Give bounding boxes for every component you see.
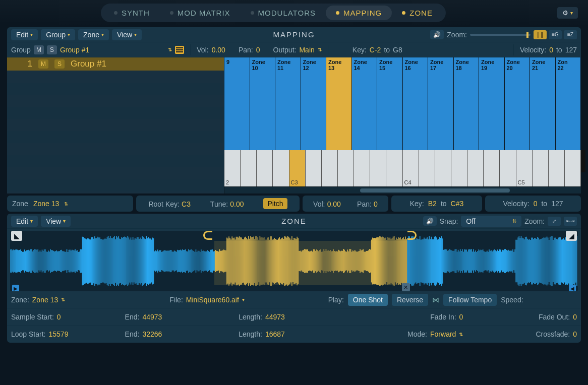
white-key[interactable] <box>306 150 322 186</box>
tab-zone[interactable]: ZONE <box>392 6 443 20</box>
solo-button[interactable]: S <box>54 59 65 69</box>
tab-modulators[interactable]: MODULATORS <box>241 6 326 20</box>
key-low[interactable]: C-2 <box>370 46 381 54</box>
zone-cell[interactable]: Zone18 <box>454 57 480 150</box>
root-key[interactable]: C3 <box>182 200 191 208</box>
mode-value[interactable]: Forward <box>430 330 456 338</box>
solo-button[interactable]: S <box>47 45 57 54</box>
zoom-slider[interactable] <box>470 34 531 36</box>
tune-value[interactable]: 0.00 <box>230 200 244 208</box>
zone-cell[interactable]: 9 <box>224 57 250 150</box>
zone-cell[interactable]: Zone13 <box>326 57 352 150</box>
reverse-button[interactable]: Reverse <box>392 294 428 306</box>
white-key[interactable]: C5 <box>516 150 533 186</box>
one-shot-button[interactable]: One Shot <box>348 294 388 306</box>
white-key[interactable] <box>257 150 273 186</box>
sample-start[interactable]: 0 <box>57 313 61 321</box>
vel-low[interactable]: 0 <box>549 46 553 54</box>
vol-value[interactable]: 0.00 <box>212 46 225 54</box>
group-selector[interactable]: Group #1 ⇅ <box>60 46 184 54</box>
follow-tempo-button[interactable]: Follow Tempo <box>443 294 497 306</box>
white-key[interactable] <box>273 150 289 186</box>
white-key[interactable] <box>338 150 354 186</box>
loop-start-icon[interactable] <box>203 231 212 240</box>
view-mode-bars-icon[interactable]: ║║ <box>534 30 547 39</box>
white-key[interactable] <box>484 150 500 186</box>
fade-in[interactable]: 0 <box>459 313 463 321</box>
zone-name[interactable]: Zone 13 <box>32 296 58 304</box>
audition-button[interactable] <box>423 216 437 226</box>
vel-high[interactable]: 127 <box>551 200 563 208</box>
white-key[interactable] <box>467 150 484 186</box>
loop-start[interactable]: 15579 <box>49 330 69 338</box>
key-low[interactable]: B2 <box>428 200 437 208</box>
zone-cell[interactable]: Zone12 <box>301 57 327 150</box>
flex-icon[interactable] <box>432 295 439 304</box>
key-high[interactable]: G8 <box>393 46 402 54</box>
white-key[interactable] <box>435 150 451 186</box>
white-key[interactable] <box>370 150 386 186</box>
white-key[interactable] <box>322 150 338 186</box>
zone-cell[interactable]: Zone20 <box>505 57 531 150</box>
group-menu[interactable]: Group▾ <box>41 29 75 40</box>
crossfade[interactable]: 0 <box>573 330 577 338</box>
end-marker-icon[interactable]: ◢ <box>566 231 577 241</box>
white-key[interactable]: C3 <box>289 150 306 186</box>
white-key[interactable] <box>533 150 549 186</box>
sample-length[interactable]: 44973 <box>265 313 285 321</box>
tab-mapping[interactable]: MAPPING <box>326 6 392 20</box>
nav-right-icon[interactable]: ◀ <box>569 285 576 291</box>
tab-synth[interactable]: SYNTH <box>104 6 160 20</box>
vol-value[interactable]: 0.00 <box>327 200 341 208</box>
file-name[interactable]: MiniSquare60.aif <box>186 296 239 304</box>
white-key[interactable]: C4 <box>403 150 419 186</box>
audition-button[interactable] <box>430 30 444 39</box>
zone-strip[interactable]: 9Zone10Zone11Zone12Zone13Zone14Zone15Zon… <box>224 57 581 150</box>
zone-cell[interactable]: Zone14 <box>352 57 378 150</box>
view-mode-zone-icon[interactable]: ≡Z <box>564 30 577 39</box>
zone-cell[interactable]: Zone21 <box>530 57 556 150</box>
group-row[interactable]: 1 M S Group #1 <box>7 57 224 71</box>
zone-cell[interactable]: Zon22 <box>556 57 581 150</box>
view-menu[interactable]: View▾ <box>112 29 142 40</box>
waveform-display[interactable]: ◣ ◢ ✕ ▶ ◀ <box>10 231 578 291</box>
mute-button[interactable]: M <box>34 45 44 54</box>
fade-out[interactable]: 0 <box>573 313 577 321</box>
view-mode-group-icon[interactable]: ≡G <box>549 30 562 39</box>
white-key[interactable] <box>386 150 402 186</box>
loop-length[interactable]: 16687 <box>265 330 285 338</box>
view-menu[interactable]: View▾ <box>41 216 71 227</box>
snap-select[interactable]: Off⇅ <box>461 216 521 227</box>
settings-button[interactable]: ⚙▾ <box>557 7 578 19</box>
edit-menu[interactable]: Edit▾ <box>11 29 38 40</box>
zone-cell[interactable]: Zone16 <box>403 57 429 150</box>
vel-low[interactable]: 0 <box>534 200 538 208</box>
white-key[interactable] <box>549 150 565 186</box>
zone-cell[interactable]: Zone17 <box>428 57 454 150</box>
sample-end[interactable]: 44973 <box>142 313 162 321</box>
piano-keyboard[interactable]: 2C3C4C5 <box>224 150 581 186</box>
white-key[interactable] <box>565 150 581 186</box>
zone-selector-box[interactable]: Zone Zone 13 ⇅ <box>7 196 133 212</box>
zoom-fit-icon[interactable]: ⇤⇥ <box>564 217 577 226</box>
zone-cell[interactable]: Zone11 <box>275 57 301 150</box>
start-marker-icon[interactable]: ◣ <box>11 231 22 241</box>
loop-end[interactable]: 32266 <box>142 330 162 338</box>
zoom-vertical-icon[interactable]: ⤢ <box>548 217 561 226</box>
scrollbar-thumb[interactable] <box>360 188 510 192</box>
zone-cell[interactable]: Zone10 <box>250 57 276 150</box>
white-key[interactable] <box>354 150 370 186</box>
white-key[interactable] <box>241 150 257 186</box>
white-key[interactable]: 2 <box>224 150 241 186</box>
key-high[interactable]: C#3 <box>451 200 464 208</box>
pan-value[interactable]: 0 <box>374 200 378 208</box>
vel-high[interactable]: 127 <box>565 46 577 54</box>
output-value[interactable]: Main <box>299 46 314 54</box>
nav-left-icon[interactable]: ▶ <box>12 285 19 291</box>
zone-menu[interactable]: Zone▾ <box>78 29 109 40</box>
edit-menu[interactable]: Edit▾ <box>11 216 38 227</box>
pan-value[interactable]: 0 <box>256 46 260 54</box>
zone-cell[interactable]: Zone15 <box>377 57 403 150</box>
zone-cell[interactable]: Zone19 <box>479 57 505 150</box>
white-key[interactable] <box>500 150 516 186</box>
